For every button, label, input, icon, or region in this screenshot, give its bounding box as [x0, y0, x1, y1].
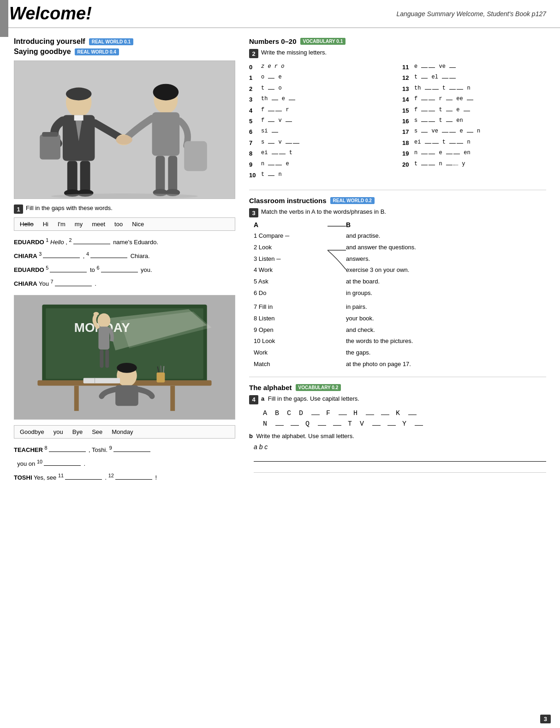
- match-b-7: in pairs.: [346, 301, 546, 313]
- num-19: 19 n e en: [402, 148, 546, 159]
- word-nice: Nice: [132, 221, 144, 228]
- svg-rect-15: [152, 112, 180, 156]
- match-a-10: 10 Look: [254, 336, 328, 347]
- alphabet-line-1: A B C D F H K: [263, 409, 546, 417]
- dialogue-teacher-1: TEACHER 8 , Toshi. 9: [14, 444, 235, 455]
- match-a-1: 1 Compare ─: [254, 230, 328, 242]
- abc-line-area: a b c: [254, 443, 546, 473]
- page-title: Welcome!: [9, 4, 92, 24]
- blank-4[interactable]: [90, 258, 127, 258]
- dialogue-toshi-1: TOSHI Yes, see 11 . 12 !: [14, 472, 235, 483]
- dialogue-eduardo-2: EDUARDO 5 to 6 you.: [14, 264, 235, 275]
- match-a-11: Work: [254, 347, 328, 359]
- left-column: Introducing yourself REAL WORLD 0.1 Sayi…: [14, 37, 235, 486]
- col-b-header: B: [346, 221, 546, 229]
- page-wrapper: Welcome! Language Summary Welcome, Stude…: [0, 0, 560, 728]
- num-3: 3 th e: [249, 94, 393, 105]
- main-content: Introducing yourself REAL WORLD 0.1 Sayi…: [0, 28, 560, 495]
- connector-area: [328, 221, 346, 370]
- sub-b-instruction: Write the alphabet. Use small letters.: [256, 433, 354, 439]
- exercise-1-instruction: Fill in the gaps with these words.: [26, 205, 113, 211]
- match-b-5: at the board.: [346, 276, 546, 288]
- exercise-3-instruction: Match the verbs in A to the words/phrase…: [261, 208, 386, 215]
- num-12: 12 t el: [402, 72, 546, 83]
- match-b-12: at the photo on page 17.: [346, 359, 546, 370]
- exercise-1-num: 1: [14, 205, 23, 214]
- left-tab: [0, 0, 8, 37]
- num-9: 9 n e: [249, 159, 393, 170]
- match-a-7: 7 Fill in: [254, 301, 328, 313]
- num-18: 18 ei t n: [402, 138, 546, 148]
- num-16: 16 s t en: [402, 116, 546, 126]
- match-col-a: A 1 Compare ─ 2 Look 3 Listen ─ 4 Work 5…: [254, 221, 328, 370]
- vocab-badge-1: VOCABULARY 0.1: [300, 38, 346, 45]
- blank-11[interactable]: [65, 479, 102, 480]
- exercise-4-num: 4: [249, 395, 258, 404]
- svg-line-43: [161, 365, 161, 372]
- match-b-4: exercise 3 on your own.: [346, 265, 546, 276]
- handshake-image: [14, 60, 235, 199]
- num-5: 5 f v: [249, 116, 393, 126]
- match-b-11: the gaps.: [346, 347, 546, 359]
- word-bye: Bye: [72, 428, 83, 435]
- blank-8[interactable]: [49, 451, 86, 452]
- classroom-heading: Classroom instructions REAL WORLD 0.2: [249, 197, 546, 205]
- dialogue-eduardo-1: EDUARDO 1 Hello , 2 name's Eduardo.: [14, 236, 235, 247]
- match-b-8: your book.: [346, 313, 546, 325]
- classroom-image: MONDAY: [14, 295, 235, 420]
- svg-rect-0: [15, 61, 235, 199]
- blank-10[interactable]: [44, 465, 81, 466]
- match-b-9: and check.: [346, 325, 546, 336]
- num-1: 1 o e: [249, 72, 393, 83]
- blank-6[interactable]: [101, 272, 138, 272]
- abc-write-line-2[interactable]: [254, 463, 546, 473]
- blank-7[interactable]: [55, 286, 92, 286]
- num-17: 17 s ve e n: [402, 126, 546, 137]
- blank-5[interactable]: [50, 272, 87, 272]
- svg-point-2: [66, 88, 92, 101]
- match-a-9: 9 Open: [254, 325, 328, 336]
- abc-write-line[interactable]: [254, 451, 546, 462]
- numbers-heading: Numbers 0–20 VOCABULARY 0.1: [249, 37, 546, 45]
- vocab-badge-2: VOCABULARY 0.2: [296, 384, 341, 391]
- real-world-badge-1: REAL WORLD 0.1: [89, 38, 133, 45]
- num-6: 6 si: [249, 126, 393, 137]
- svg-point-14: [153, 84, 179, 101]
- word-see: See: [92, 428, 102, 435]
- page-number: 3: [540, 715, 551, 723]
- num-4: 4 f r: [249, 105, 393, 116]
- svg-point-17: [116, 135, 132, 144]
- word-too: too: [114, 221, 123, 228]
- numbers-right: 11 e ve 12 t el 13 th t n 14: [402, 62, 546, 180]
- blank-9[interactable]: [113, 451, 150, 452]
- word-box-2: Goodbye you Bye See Monday: [14, 425, 235, 439]
- match-a-12: Match: [254, 359, 328, 370]
- classroom-title: Classroom instructions: [249, 197, 327, 205]
- numbers-title: Numbers 0–20: [249, 37, 297, 45]
- abc-start: a b c: [254, 443, 268, 451]
- col-a-header: A: [254, 221, 328, 229]
- svg-rect-20: [168, 156, 177, 193]
- svg-rect-5: [74, 115, 83, 120]
- match-a-8: 8 Listen: [254, 313, 328, 325]
- blank-2[interactable]: [73, 244, 110, 244]
- word-monday: Monday: [112, 428, 133, 435]
- divider-2: [249, 377, 546, 377]
- numbers-section: Numbers 0–20 VOCABULARY 0.1 2 Write the …: [249, 37, 546, 180]
- numbers-left: 0 z e r o 1 o e 2 t o 3: [249, 62, 393, 180]
- num-11: 11 e ve: [402, 62, 546, 72]
- word-my: my: [75, 221, 83, 228]
- svg-point-30: [97, 313, 110, 328]
- blank-3[interactable]: [43, 258, 80, 258]
- word-hello: Hello: [20, 221, 34, 228]
- sub-exercise-b: b Write the alphabet. Use small letters.: [249, 433, 546, 439]
- match-a-4: 4 Work: [254, 265, 328, 276]
- match-col-b: B and practise. and answer the questions…: [346, 221, 546, 370]
- exercise-2-num: 2: [249, 49, 258, 58]
- exercise-2-label: 2 Write the missing letters.: [249, 49, 546, 58]
- blank-12[interactable]: [115, 479, 152, 480]
- match-b-6: in groups.: [346, 288, 546, 299]
- num-8: 8 ei t: [249, 148, 393, 159]
- header-bar: Welcome! Language Summary Welcome, Stude…: [0, 0, 560, 28]
- svg-rect-36: [74, 385, 79, 411]
